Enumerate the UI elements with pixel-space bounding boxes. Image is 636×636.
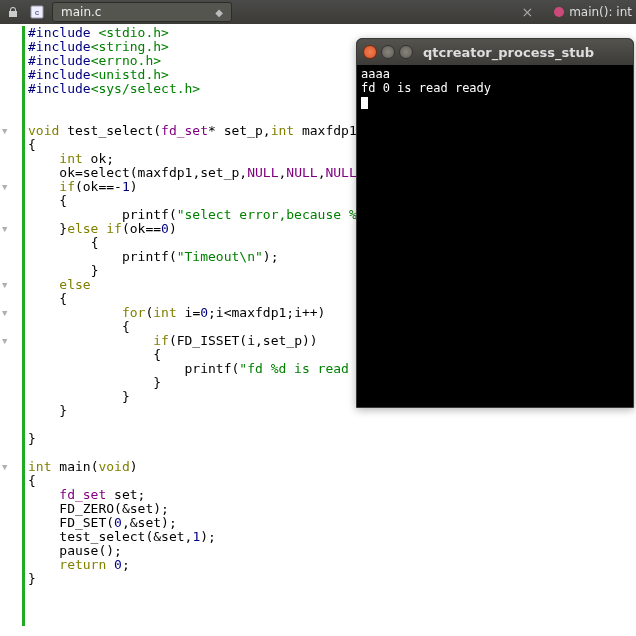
code-line[interactable]: else [28, 278, 388, 292]
code-line[interactable]: int ok; [28, 152, 388, 166]
gutter-line[interactable]: ▼ [0, 180, 22, 194]
code-line[interactable]: printf("Timeout\n"); [28, 250, 388, 264]
gutter-line[interactable] [0, 236, 22, 250]
code-line[interactable]: #include<string.h> [28, 40, 388, 54]
code-line[interactable]: printf("select error,because %s\n" [28, 208, 388, 222]
fold-arrow-icon[interactable]: ▼ [2, 280, 7, 290]
gutter-line[interactable] [0, 390, 22, 404]
fold-arrow-icon[interactable]: ▼ [2, 336, 7, 346]
code-line[interactable]: FD_ZERO(&set); [28, 502, 388, 516]
code-line[interactable]: { [28, 138, 388, 152]
gutter-line[interactable] [0, 26, 22, 40]
code-line[interactable]: }else if(ok==0) [28, 222, 388, 236]
code-line[interactable]: int main(void) [28, 460, 388, 474]
terminal-output[interactable]: aaaa fd 0 is read ready [357, 65, 633, 111]
gutter-line[interactable] [0, 138, 22, 152]
gutter-line[interactable] [0, 362, 22, 376]
window-maximize-button[interactable] [399, 45, 413, 59]
gutter-line[interactable]: ▼ [0, 124, 22, 138]
gutter-line[interactable] [0, 544, 22, 558]
code-line[interactable]: #include<sys/select.h> [28, 82, 388, 96]
gutter-line[interactable] [0, 348, 22, 362]
code-line[interactable]: if(ok==-1) [28, 180, 388, 194]
gutter-line[interactable]: ▼ [0, 222, 22, 236]
gutter-line[interactable] [0, 166, 22, 180]
fold-arrow-icon[interactable]: ▼ [2, 182, 7, 192]
terminal-window[interactable]: qtcreator_process_stub aaaa fd 0 is read… [356, 38, 634, 408]
function-icon [553, 6, 565, 18]
code-line[interactable]: } [28, 264, 388, 278]
code-line[interactable]: fd_set set; [28, 488, 388, 502]
gutter-line[interactable] [0, 110, 22, 124]
code-line[interactable]: } [28, 376, 388, 390]
file-tab[interactable]: main.c ◆ [52, 2, 232, 22]
code-line[interactable]: #include <stdio.h> [28, 26, 388, 40]
code-line[interactable] [28, 96, 388, 110]
gutter-line[interactable] [0, 40, 22, 54]
gutter-line[interactable] [0, 376, 22, 390]
code-line[interactable]: { [28, 348, 388, 362]
gutter-line[interactable] [0, 488, 22, 502]
code-line[interactable] [28, 418, 388, 432]
chevron-down-icon[interactable]: ◆ [215, 7, 223, 18]
gutter-line[interactable] [0, 418, 22, 432]
code-line[interactable]: { [28, 474, 388, 488]
code-line[interactable]: #include<unistd.h> [28, 68, 388, 82]
breadcrumb[interactable]: main(): int [553, 5, 632, 19]
gutter-line[interactable] [0, 474, 22, 488]
gutter-line[interactable] [0, 250, 22, 264]
code-line[interactable]: { [28, 292, 388, 306]
gutter-line[interactable]: ▼ [0, 306, 22, 320]
gutter-line[interactable] [0, 96, 22, 110]
code-line[interactable]: void test_select(fd_set* set_p,int maxfd… [28, 124, 388, 138]
gutter-line[interactable] [0, 54, 22, 68]
code-line[interactable]: printf("fd %d is read read [28, 362, 388, 376]
code-line[interactable]: pause(); [28, 544, 388, 558]
gutter-line[interactable] [0, 572, 22, 586]
gutter-line[interactable] [0, 432, 22, 446]
code-line[interactable]: return 0; [28, 558, 388, 572]
window-minimize-button[interactable] [381, 45, 395, 59]
code-line[interactable]: if(FD_ISSET(i,set_p)) [28, 334, 388, 348]
code-content[interactable]: #include <stdio.h>#include<string.h>#inc… [28, 24, 388, 636]
code-line[interactable]: } [28, 572, 388, 586]
gutter-line[interactable]: ▼ [0, 460, 22, 474]
gutter-line[interactable] [0, 68, 22, 82]
gutter-line[interactable] [0, 404, 22, 418]
code-line[interactable]: { [28, 320, 388, 334]
code-line[interactable]: } [28, 432, 388, 446]
code-line[interactable]: for(int i=0;i<maxfdp1;i++) [28, 306, 388, 320]
window-close-button[interactable] [363, 45, 377, 59]
code-line[interactable] [28, 110, 388, 124]
code-line[interactable] [28, 446, 388, 460]
fold-arrow-icon[interactable]: ▼ [2, 224, 7, 234]
gutter-line[interactable] [0, 320, 22, 334]
gutter-line[interactable] [0, 530, 22, 544]
gutter-line[interactable] [0, 446, 22, 460]
code-line[interactable]: #include<errno.h> [28, 54, 388, 68]
gutter-line[interactable]: ▼ [0, 278, 22, 292]
gutter-line[interactable] [0, 516, 22, 530]
gutter-line[interactable] [0, 558, 22, 572]
gutter-line[interactable] [0, 208, 22, 222]
gutter-line[interactable] [0, 152, 22, 166]
gutter-line[interactable] [0, 292, 22, 306]
code-line[interactable]: { [28, 194, 388, 208]
fold-arrow-icon[interactable]: ▼ [2, 462, 7, 472]
gutter-line[interactable] [0, 264, 22, 278]
gutter-line[interactable] [0, 194, 22, 208]
fold-arrow-icon[interactable]: ▼ [2, 126, 7, 136]
line-gutter[interactable]: ▼▼▼▼▼▼▼ [0, 24, 22, 636]
gutter-line[interactable] [0, 82, 22, 96]
gutter-line[interactable]: ▼ [0, 334, 22, 348]
code-line[interactable]: { [28, 236, 388, 250]
code-line[interactable]: } [28, 390, 388, 404]
gutter-line[interactable] [0, 502, 22, 516]
code-line[interactable]: } [28, 404, 388, 418]
code-line[interactable]: ok=select(maxfdp1,set_p,NULL,NULL,NULL); [28, 166, 388, 180]
terminal-titlebar[interactable]: qtcreator_process_stub [357, 39, 633, 65]
fold-arrow-icon[interactable]: ▼ [2, 308, 7, 318]
code-line[interactable]: FD_SET(0,&set); [28, 516, 388, 530]
code-line[interactable]: test_select(&set,1); [28, 530, 388, 544]
tab-close-icon[interactable]: × [521, 4, 533, 20]
